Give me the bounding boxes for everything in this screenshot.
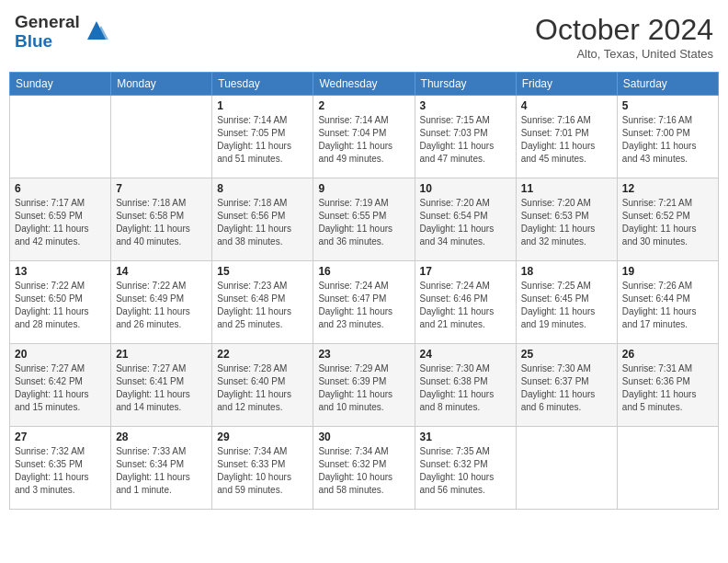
calendar-cell: 22Sunrise: 7:28 AM Sunset: 6:40 PM Dayli… bbox=[212, 344, 313, 427]
day-number: 16 bbox=[318, 265, 409, 278]
calendar-cell: 28Sunrise: 7:33 AM Sunset: 6:34 PM Dayli… bbox=[111, 427, 212, 510]
location: Alto, Texas, United States bbox=[535, 47, 713, 61]
weekday-header: Friday bbox=[516, 73, 617, 96]
day-number: 28 bbox=[116, 431, 207, 443]
calendar-cell: 20Sunrise: 7:27 AM Sunset: 6:42 PM Dayli… bbox=[10, 344, 111, 427]
day-info: Sunrise: 7:31 AM Sunset: 6:36 PM Dayligh… bbox=[622, 362, 713, 414]
calendar-week-row: 13Sunrise: 7:22 AM Sunset: 6:50 PM Dayli… bbox=[10, 261, 719, 344]
day-info: Sunrise: 7:33 AM Sunset: 6:34 PM Dayligh… bbox=[116, 445, 207, 497]
day-number: 15 bbox=[217, 265, 308, 278]
calendar-cell: 17Sunrise: 7:24 AM Sunset: 6:46 PM Dayli… bbox=[415, 261, 516, 344]
weekday-header: Wednesday bbox=[313, 73, 415, 96]
day-number: 21 bbox=[116, 348, 207, 361]
calendar-week-row: 1Sunrise: 7:14 AM Sunset: 7:05 PM Daylig… bbox=[10, 96, 719, 178]
day-info: Sunrise: 7:16 AM Sunset: 7:01 PM Dayligh… bbox=[521, 114, 612, 166]
header: General Blue October 2024 Alto, Texas, U… bbox=[9, 9, 719, 64]
calendar-week-row: 27Sunrise: 7:32 AM Sunset: 6:35 PM Dayli… bbox=[10, 427, 719, 510]
day-number: 31 bbox=[420, 431, 511, 443]
month-title: October 2024 bbox=[535, 13, 713, 47]
logo: General Blue bbox=[15, 13, 110, 52]
logo-text: General Blue bbox=[15, 13, 80, 52]
day-number: 3 bbox=[420, 99, 511, 112]
day-number: 2 bbox=[318, 99, 409, 112]
day-number: 18 bbox=[521, 265, 612, 278]
day-info: Sunrise: 7:30 AM Sunset: 6:37 PM Dayligh… bbox=[521, 362, 612, 414]
day-info: Sunrise: 7:34 AM Sunset: 6:32 PM Dayligh… bbox=[318, 445, 409, 497]
calendar-cell bbox=[10, 96, 111, 178]
day-info: Sunrise: 7:24 AM Sunset: 6:47 PM Dayligh… bbox=[318, 280, 409, 331]
day-info: Sunrise: 7:22 AM Sunset: 6:50 PM Dayligh… bbox=[15, 280, 106, 331]
day-number: 26 bbox=[622, 348, 713, 361]
calendar-cell: 10Sunrise: 7:20 AM Sunset: 6:54 PM Dayli… bbox=[415, 178, 516, 261]
calendar-cell: 29Sunrise: 7:34 AM Sunset: 6:33 PM Dayli… bbox=[212, 427, 313, 510]
day-info: Sunrise: 7:14 AM Sunset: 7:04 PM Dayligh… bbox=[318, 114, 409, 166]
day-info: Sunrise: 7:17 AM Sunset: 6:59 PM Dayligh… bbox=[15, 197, 106, 248]
day-info: Sunrise: 7:25 AM Sunset: 6:45 PM Dayligh… bbox=[521, 280, 612, 331]
day-number: 12 bbox=[622, 182, 713, 195]
day-info: Sunrise: 7:32 AM Sunset: 6:35 PM Dayligh… bbox=[15, 445, 106, 497]
day-info: Sunrise: 7:35 AM Sunset: 6:32 PM Dayligh… bbox=[420, 445, 511, 497]
day-info: Sunrise: 7:29 AM Sunset: 6:39 PM Dayligh… bbox=[318, 362, 409, 414]
day-number: 7 bbox=[116, 182, 207, 195]
day-info: Sunrise: 7:19 AM Sunset: 6:55 PM Dayligh… bbox=[318, 197, 409, 248]
calendar-cell bbox=[617, 427, 718, 510]
weekday-header-row: SundayMondayTuesdayWednesdayThursdayFrid… bbox=[10, 73, 719, 96]
day-number: 11 bbox=[521, 182, 612, 195]
day-number: 8 bbox=[217, 182, 308, 195]
day-number: 1 bbox=[217, 99, 308, 112]
calendar-cell: 8Sunrise: 7:18 AM Sunset: 6:56 PM Daylig… bbox=[212, 178, 313, 261]
calendar-cell: 14Sunrise: 7:22 AM Sunset: 6:49 PM Dayli… bbox=[111, 261, 212, 344]
calendar-cell: 18Sunrise: 7:25 AM Sunset: 6:45 PM Dayli… bbox=[516, 261, 617, 344]
day-number: 17 bbox=[420, 265, 511, 278]
day-info: Sunrise: 7:28 AM Sunset: 6:40 PM Dayligh… bbox=[217, 362, 308, 414]
day-number: 9 bbox=[318, 182, 409, 195]
calendar-cell: 15Sunrise: 7:23 AM Sunset: 6:48 PM Dayli… bbox=[212, 261, 313, 344]
day-number: 19 bbox=[622, 265, 713, 278]
calendar-cell: 25Sunrise: 7:30 AM Sunset: 6:37 PM Dayli… bbox=[516, 344, 617, 427]
calendar-cell: 27Sunrise: 7:32 AM Sunset: 6:35 PM Dayli… bbox=[10, 427, 111, 510]
day-number: 5 bbox=[622, 99, 713, 112]
day-info: Sunrise: 7:18 AM Sunset: 6:58 PM Dayligh… bbox=[116, 197, 207, 248]
day-number: 25 bbox=[521, 348, 612, 361]
calendar-cell: 1Sunrise: 7:14 AM Sunset: 7:05 PM Daylig… bbox=[212, 96, 313, 178]
day-number: 14 bbox=[116, 265, 207, 278]
calendar-cell: 24Sunrise: 7:30 AM Sunset: 6:38 PM Dayli… bbox=[415, 344, 516, 427]
day-info: Sunrise: 7:20 AM Sunset: 6:53 PM Dayligh… bbox=[521, 197, 612, 248]
day-number: 29 bbox=[217, 431, 308, 443]
weekday-header: Saturday bbox=[617, 73, 718, 96]
day-number: 27 bbox=[15, 431, 106, 443]
calendar-cell: 31Sunrise: 7:35 AM Sunset: 6:32 PM Dayli… bbox=[415, 427, 516, 510]
calendar-cell: 3Sunrise: 7:15 AM Sunset: 7:03 PM Daylig… bbox=[415, 96, 516, 178]
calendar-cell: 6Sunrise: 7:17 AM Sunset: 6:59 PM Daylig… bbox=[10, 178, 111, 261]
day-info: Sunrise: 7:21 AM Sunset: 6:52 PM Dayligh… bbox=[622, 197, 713, 248]
weekday-header: Tuesday bbox=[212, 73, 313, 96]
day-number: 10 bbox=[420, 182, 511, 195]
day-number: 24 bbox=[420, 348, 511, 361]
day-info: Sunrise: 7:34 AM Sunset: 6:33 PM Dayligh… bbox=[217, 445, 308, 497]
day-info: Sunrise: 7:18 AM Sunset: 6:56 PM Dayligh… bbox=[217, 197, 308, 248]
calendar-cell: 7Sunrise: 7:18 AM Sunset: 6:58 PM Daylig… bbox=[111, 178, 212, 261]
weekday-header: Monday bbox=[111, 73, 212, 96]
day-info: Sunrise: 7:27 AM Sunset: 6:42 PM Dayligh… bbox=[15, 362, 106, 414]
day-number: 6 bbox=[15, 182, 106, 195]
calendar-cell: 30Sunrise: 7:34 AM Sunset: 6:32 PM Dayli… bbox=[313, 427, 415, 510]
weekday-header: Sunday bbox=[10, 73, 111, 96]
day-number: 30 bbox=[318, 431, 409, 443]
calendar-cell: 26Sunrise: 7:31 AM Sunset: 6:36 PM Dayli… bbox=[617, 344, 718, 427]
calendar-cell: 12Sunrise: 7:21 AM Sunset: 6:52 PM Dayli… bbox=[617, 178, 718, 261]
weekday-header: Thursday bbox=[415, 73, 516, 96]
calendar-cell: 16Sunrise: 7:24 AM Sunset: 6:47 PM Dayli… bbox=[313, 261, 415, 344]
day-info: Sunrise: 7:15 AM Sunset: 7:03 PM Dayligh… bbox=[420, 114, 511, 166]
calendar-cell: 4Sunrise: 7:16 AM Sunset: 7:01 PM Daylig… bbox=[516, 96, 617, 178]
title-area: October 2024 Alto, Texas, United States bbox=[535, 13, 713, 61]
logo-icon bbox=[83, 17, 110, 44]
day-info: Sunrise: 7:23 AM Sunset: 6:48 PM Dayligh… bbox=[217, 280, 308, 331]
calendar-cell: 19Sunrise: 7:26 AM Sunset: 6:44 PM Dayli… bbox=[617, 261, 718, 344]
day-info: Sunrise: 7:24 AM Sunset: 6:46 PM Dayligh… bbox=[420, 280, 511, 331]
day-info: Sunrise: 7:20 AM Sunset: 6:54 PM Dayligh… bbox=[420, 197, 511, 248]
day-info: Sunrise: 7:30 AM Sunset: 6:38 PM Dayligh… bbox=[420, 362, 511, 414]
day-number: 23 bbox=[318, 348, 409, 361]
day-info: Sunrise: 7:14 AM Sunset: 7:05 PM Dayligh… bbox=[217, 114, 308, 166]
calendar-cell: 5Sunrise: 7:16 AM Sunset: 7:00 PM Daylig… bbox=[617, 96, 718, 178]
calendar: SundayMondayTuesdayWednesdayThursdayFrid… bbox=[9, 72, 719, 510]
